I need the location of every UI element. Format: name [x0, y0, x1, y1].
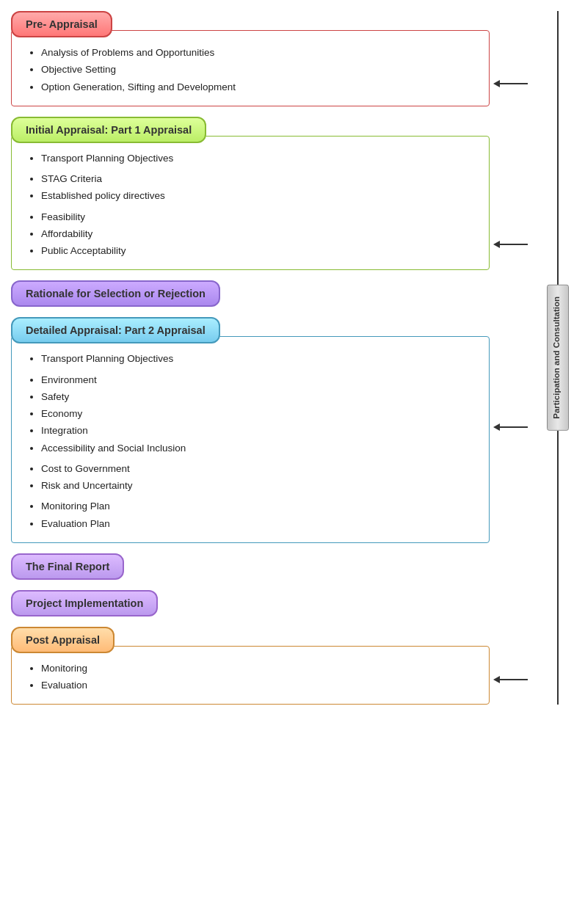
list-item: Established policy directives	[41, 189, 478, 203]
initial-appraisal-section: Initial Appraisal: Part 1 Appraisal Tran…	[11, 117, 490, 271]
initial-appraisal-header: Initial Appraisal: Part 1 Appraisal	[11, 117, 206, 143]
list-item: Economy	[41, 407, 478, 421]
list-item: Safety	[41, 390, 478, 404]
pre-appraisal-section: Pre- Appraisal Analysis of Problems and …	[11, 11, 490, 106]
list-item: Monitoring	[41, 661, 478, 676]
arrow-post	[493, 676, 541, 683]
arrowhead-left-icon	[493, 241, 500, 248]
arrowhead-left-icon	[493, 676, 500, 683]
vert-line-top	[557, 11, 559, 285]
list-item: Option Generation, Sifting and Developme…	[41, 80, 478, 95]
list-item: Risk and Uncertainty	[41, 479, 478, 493]
rationale-header: Rationale for Selection or Rejection	[11, 280, 220, 307]
arrow-line-horiz	[500, 83, 528, 84]
post-appraisal-header: Post Appraisal	[11, 627, 115, 653]
list-item: STAG Criteria	[41, 172, 478, 186]
participation-column: Participation and Consultation	[541, 11, 574, 705]
list-item: Analysis of Problems and Opportunities	[41, 46, 478, 60]
detailed-list3: Cost to Government Risk and Uncertainty	[26, 462, 478, 494]
detailed-appraisal-section: Detailed Appraisal: Part 2 Appraisal Tra…	[11, 317, 490, 543]
list-item: Public Acceptability	[41, 244, 478, 258]
list-item: Transport Planning Objectives	[41, 151, 478, 166]
right-panel: Participation and Consultation	[493, 11, 574, 705]
list-item: Feasibility	[41, 210, 478, 225]
list-item: Accessibility and Social Inclusion	[41, 441, 478, 456]
list-item: Evaluation Plan	[41, 517, 478, 531]
arrow-initial	[493, 241, 541, 248]
initial-appraisal-content: Transport Planning Objectives STAG Crite…	[11, 136, 490, 271]
participation-bar: Participation and Consultation	[547, 285, 569, 431]
post-appraisal-section: Post Appraisal Monitoring Evaluation	[11, 627, 490, 705]
final-report-section: The Final Report	[11, 553, 490, 580]
arrows-column	[493, 11, 541, 705]
detailed-list1: Transport Planning Objectives	[26, 352, 478, 366]
arrow-detailed	[493, 423, 541, 431]
list-item: Monitoring Plan	[41, 499, 478, 514]
project-impl-section: Project Implementation	[11, 590, 490, 616]
arrow-line-horiz	[500, 244, 528, 245]
arrowhead-left-icon	[493, 80, 500, 87]
list-item: Environment	[41, 373, 478, 388]
pre-appraisal-list: Analysis of Problems and Opportunities O…	[26, 46, 478, 95]
arrow-line-horiz	[500, 426, 528, 428]
detailed-appraisal-header: Detailed Appraisal: Part 2 Appraisal	[11, 317, 220, 343]
arrow-pre	[493, 80, 541, 87]
initial-appraisal-list1: Transport Planning Objectives	[26, 151, 478, 166]
final-report-header: The Final Report	[11, 553, 124, 580]
post-appraisal-list: Monitoring Evaluation	[26, 661, 478, 694]
list-item: Evaluation	[41, 678, 478, 693]
list-item: Affordability	[41, 227, 478, 241]
arrowhead-left-icon	[493, 423, 500, 431]
detailed-list2: Environment Safety Economy Integration A…	[26, 373, 478, 456]
list-item: Objective Setting	[41, 62, 478, 77]
initial-appraisal-list2: STAG Criteria Established policy directi…	[26, 172, 478, 204]
initial-appraisal-list3: Feasibility Affordability Public Accepta…	[26, 210, 478, 259]
vert-line-bottom	[557, 431, 559, 705]
pre-appraisal-content: Analysis of Problems and Opportunities O…	[11, 30, 490, 106]
pre-appraisal-header: Pre- Appraisal	[11, 11, 112, 37]
post-appraisal-content: Monitoring Evaluation	[11, 646, 490, 705]
detailed-appraisal-content: Transport Planning Objectives Environmen…	[11, 336, 490, 543]
list-item: Transport Planning Objectives	[41, 352, 478, 366]
list-item: Integration	[41, 423, 478, 438]
project-impl-header: Project Implementation	[11, 590, 158, 616]
detailed-list4: Monitoring Plan Evaluation Plan	[26, 499, 478, 531]
participation-label: Participation and Consultation	[552, 297, 561, 419]
list-item: Cost to Government	[41, 462, 478, 476]
rationale-section: Rationale for Selection or Rejection	[11, 280, 490, 307]
arrow-line-horiz	[500, 679, 528, 680]
